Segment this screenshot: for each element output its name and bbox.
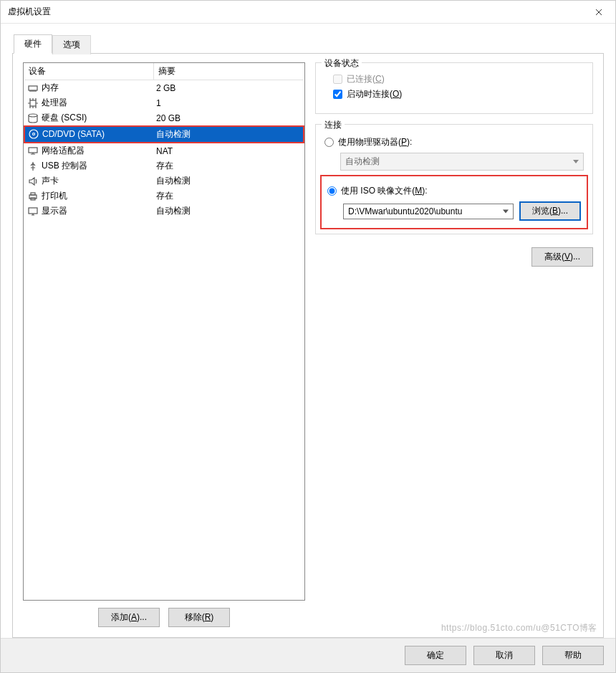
ok-button[interactable]: 确定 [405, 646, 466, 665]
remove-button[interactable]: 移除(R) [168, 608, 230, 627]
svg-point-4 [33, 133, 35, 135]
chevron-down-icon [573, 160, 579, 163]
device-summary: 存在 [153, 158, 304, 173]
tab-body: 设备 摘要 内存 2 GB 处理器 1 硬盘 (SCSI) 20 GB CD/D… [12, 53, 604, 638]
col-device: 设备 [24, 63, 153, 80]
device-table-wrap: 设备 摘要 内存 2 GB 处理器 1 硬盘 (SCSI) 20 GB CD/D… [23, 62, 305, 601]
device-row[interactable]: 打印机 存在 [24, 188, 304, 204]
device-summary: 1 [153, 95, 304, 110]
dialog-footer: 确定 取消 帮助 [1, 638, 615, 672]
iso-highlight: 使用 ISO 映像文件(M): D:\VMwar\ubuntu2020\ubun… [320, 175, 588, 229]
browse-button[interactable]: 浏览(B)... [519, 201, 581, 221]
device-summary: NAT [153, 143, 304, 158]
tab-hardware[interactable]: 硬件 [14, 34, 52, 54]
disk-icon [27, 113, 39, 124]
display-icon [27, 206, 39, 217]
close-button[interactable] [582, 1, 615, 24]
window-title: 虚拟机设置 [8, 6, 582, 18]
device-row[interactable]: 网络适配器 NAT [24, 143, 304, 158]
device-summary: 自动检测 [153, 126, 304, 143]
device-table[interactable]: 设备 摘要 内存 2 GB 处理器 1 硬盘 (SCSI) 20 GB CD/D… [24, 63, 304, 219]
sound-icon [27, 176, 39, 187]
device-summary: 2 GB [153, 80, 304, 96]
device-name: 声卡 [42, 175, 59, 187]
cancel-button[interactable]: 取消 [473, 646, 535, 665]
device-row[interactable]: 显示器 自动检测 [24, 204, 304, 219]
col-summary: 摘要 [153, 63, 304, 80]
close-icon [595, 9, 602, 16]
device-name: 打印机 [42, 190, 67, 202]
physical-drive-value: 自动检测 [345, 156, 380, 168]
device-name: 显示器 [42, 205, 67, 217]
svg-rect-7 [31, 193, 35, 195]
svg-rect-0 [29, 86, 37, 90]
iso-path-input[interactable]: D:\VMwar\ubuntu2020\ubuntu [343, 204, 514, 219]
device-summary: 20 GB [153, 110, 304, 126]
tab-strip: 硬件 选项 [14, 34, 604, 53]
printer-icon [27, 191, 39, 202]
use-physical-row[interactable]: 使用物理驱动器(P): [324, 136, 584, 148]
device-row[interactable]: USB 控制器 存在 [24, 158, 304, 173]
device-name: 内存 [42, 82, 59, 94]
connection-group: 连接 使用物理驱动器(P): 自动检测 使用 ISO 映像文件(M): [315, 124, 593, 234]
help-button[interactable]: 帮助 [542, 646, 604, 665]
tab-options[interactable]: 选项 [52, 35, 91, 54]
device-row[interactable]: CD/DVD (SATA) 自动检测 [24, 126, 304, 143]
svg-rect-9 [29, 208, 37, 214]
connected-row: 已连接(C) [333, 73, 584, 85]
svg-point-2 [29, 114, 37, 117]
connected-checkbox [333, 75, 342, 84]
svg-rect-5 [29, 148, 37, 153]
device-row[interactable]: 硬盘 (SCSI) 20 GB [24, 110, 304, 126]
use-iso-row[interactable]: 使用 ISO 映像文件(M): [327, 185, 581, 197]
connected-label: 已连接(C) [347, 73, 385, 85]
vm-settings-window: 虚拟机设置 硬件 选项 设备 摘要 [0, 0, 616, 673]
use-physical-label: 使用物理驱动器(P): [338, 136, 412, 148]
device-buttons: 添加(A)... 移除(R) [23, 608, 305, 627]
svg-point-3 [29, 130, 38, 138]
connect-poweron-label: 启动时连接(O) [347, 88, 402, 100]
device-summary: 自动检测 [153, 204, 304, 219]
device-row[interactable]: 声卡 自动检测 [24, 173, 304, 188]
connect-poweron-checkbox[interactable] [333, 90, 342, 99]
device-summary: 存在 [153, 188, 304, 204]
device-column: 设备 摘要 内存 2 GB 处理器 1 硬盘 (SCSI) 20 GB CD/D… [23, 62, 305, 627]
device-name: CD/DVD (SATA) [42, 129, 105, 139]
usb-icon [27, 161, 39, 172]
titlebar: 虚拟机设置 [1, 1, 615, 24]
iso-input-row: D:\VMwar\ubuntu2020\ubuntu 浏览(B)... [343, 201, 581, 221]
iso-path-value: D:\VMwar\ubuntu2020\ubuntu [348, 206, 462, 216]
physical-drive-select: 自动检测 [340, 153, 584, 171]
use-iso-radio[interactable] [327, 186, 337, 196]
device-row[interactable]: 处理器 1 [24, 95, 304, 110]
device-name: 处理器 [42, 97, 67, 109]
memory-icon [27, 82, 39, 94]
content-area: 硬件 选项 设备 摘要 内存 2 GB 处理器 1 硬盘 (SCSI) [1, 24, 615, 638]
use-iso-label: 使用 ISO 映像文件(M): [341, 185, 428, 197]
device-row[interactable]: 内存 2 GB [24, 80, 304, 96]
cpu-icon [27, 97, 39, 109]
svg-rect-1 [30, 100, 36, 106]
device-name: 网络适配器 [42, 145, 85, 157]
network-icon [27, 145, 39, 157]
connection-legend: 连接 [322, 119, 345, 131]
cd-icon [28, 128, 39, 140]
device-summary: 自动检测 [153, 173, 304, 188]
device-name: 硬盘 (SCSI) [42, 112, 87, 124]
connect-poweron-row[interactable]: 启动时连接(O) [333, 88, 584, 100]
advanced-button[interactable]: 高级(V)... [531, 247, 593, 267]
use-physical-radio[interactable] [324, 138, 334, 147]
device-status-group: 设备状态 已连接(C) 启动时连接(O) [315, 62, 593, 114]
status-legend: 设备状态 [322, 57, 362, 70]
device-name: USB 控制器 [42, 160, 87, 172]
advanced-row: 高级(V)... [315, 247, 593, 267]
settings-column: 设备状态 已连接(C) 启动时连接(O) 连接 使用物理驱动器(P): [315, 62, 593, 627]
add-button[interactable]: 添加(A)... [98, 608, 160, 627]
